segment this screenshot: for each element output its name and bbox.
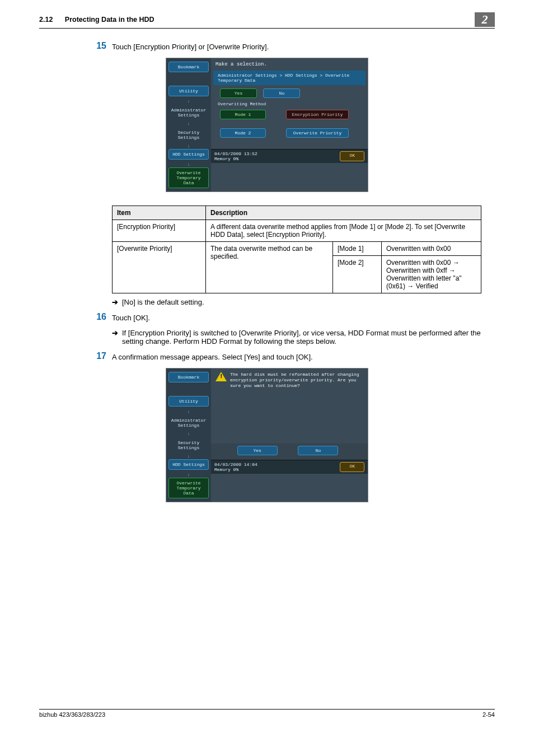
cell-overwrite-priority: [Overwrite Priority] — [113, 242, 206, 293]
section-title: Protecting Data in the HDD — [65, 16, 154, 24]
chevron-down-icon: ↓ — [168, 472, 209, 478]
cell-mode1: [Mode 1] — [333, 242, 382, 256]
settings-table: Item Description [Encryption Priority] A… — [112, 206, 481, 293]
encryption-priority-button[interactable]: Encryption Priority — [286, 110, 349, 119]
bookmark-button[interactable]: Bookmark — [168, 372, 209, 382]
step-text-16: Touch [OK]. — [112, 314, 150, 322]
warning-icon — [216, 372, 227, 381]
cell-mode2: [Mode 2] — [333, 256, 382, 293]
status-memory: Memory 0% — [214, 156, 238, 161]
yes-button[interactable]: Yes — [220, 88, 257, 98]
chevron-down-icon: ↓ — [168, 121, 209, 127]
section-header: 2.12 Protecting Data in the HDD — [39, 16, 154, 24]
overwrite-priority-button[interactable]: Overwrite Priority — [286, 128, 349, 138]
chevron-down-icon: ↓ — [168, 162, 209, 167]
status-memory: Memory 0% — [214, 467, 238, 472]
screenshot-overwrite-settings: Bookmark Utility ↓ Administrator Setting… — [166, 58, 368, 192]
overwriting-method-label: Overwriting Method — [218, 101, 364, 106]
sidebar-utility[interactable]: Utility — [168, 396, 209, 407]
no-button[interactable]: No — [298, 446, 338, 455]
cell-encryption-desc: A different data overwrite method applie… — [206, 220, 481, 242]
mode1-button[interactable]: Mode 1 — [220, 110, 266, 119]
th-item: Item — [113, 206, 206, 220]
note-default: [No] is the default setting. — [122, 298, 204, 306]
section-number: 2.12 — [39, 16, 53, 24]
cell-mode2-desc: Overwritten with 0x00 → Overwritten with… — [382, 256, 481, 293]
status-date: 04/03/2009 13:52 — [214, 151, 257, 156]
chevron-down-icon: ↓ — [168, 99, 209, 104]
sidebar-overwrite-temp[interactable]: Overwrite Temporary Data — [168, 167, 209, 188]
chevron-down-icon: ↓ — [168, 143, 209, 149]
chevron-down-icon: ↓ — [168, 409, 209, 414]
sidebar-admin: Administrator Settings — [168, 104, 209, 121]
step-number-17: 17 — [90, 351, 106, 361]
step-text-15: Touch [Encryption Priority] or [Overwrit… — [112, 43, 269, 51]
bookmark-button[interactable]: Bookmark — [168, 62, 209, 72]
sidebar-hdd[interactable]: HDD Settings — [168, 459, 209, 470]
arrow-icon: ➔ — [112, 298, 122, 306]
confirm-message: The hard disk must be reformatted after … — [230, 372, 363, 389]
sidebar-overwrite-temp[interactable]: Overwrite Temporary Data — [168, 478, 209, 498]
sidebar-admin: Administrator Settings — [168, 414, 209, 431]
sidebar-hdd[interactable]: HDD Settings — [168, 149, 209, 160]
cell-encryption-priority: [Encryption Priority] — [113, 220, 206, 242]
ok-button[interactable]: OK — [340, 151, 364, 161]
no-button[interactable]: No — [263, 88, 300, 98]
th-description: Description — [206, 206, 481, 220]
chevron-down-icon: ↓ — [168, 454, 209, 459]
mode2-button[interactable]: Mode 2 — [220, 128, 266, 138]
sidebar-security: Security Settings — [168, 127, 209, 143]
chevron-down-icon: ↓ — [168, 431, 209, 437]
ok-button[interactable]: OK — [340, 462, 364, 472]
cell-mode1-desc: Overwritten with 0x00 — [382, 242, 481, 256]
step-number-16: 16 — [90, 312, 106, 322]
cell-overwrite-desc: The data overwrite method can be specifi… — [206, 242, 333, 293]
sidebar-security: Security Settings — [168, 437, 209, 454]
panel-title: Make a selection. — [211, 58, 368, 71]
chapter-badge: 2 — [475, 12, 495, 27]
arrow-icon: ➔ — [112, 329, 122, 346]
step-text-17: A confirmation message appears. Select [… — [112, 353, 313, 361]
footer-page: 2-54 — [483, 711, 495, 718]
breadcrumb: Administrator Settings > HDD Settings > … — [213, 71, 366, 85]
step-16-sub: If [Encryption Priority] is switched to … — [122, 329, 495, 346]
yes-button[interactable]: Yes — [237, 446, 278, 455]
screenshot-confirm: Bookmark Utility ↓ Administrator Setting… — [166, 368, 368, 502]
step-number-15: 15 — [90, 41, 106, 51]
status-date: 04/03/2009 14:04 — [214, 462, 257, 467]
sidebar-utility[interactable]: Utility — [168, 86, 209, 96]
footer-model: bizhub 423/363/283/223 — [39, 711, 105, 718]
